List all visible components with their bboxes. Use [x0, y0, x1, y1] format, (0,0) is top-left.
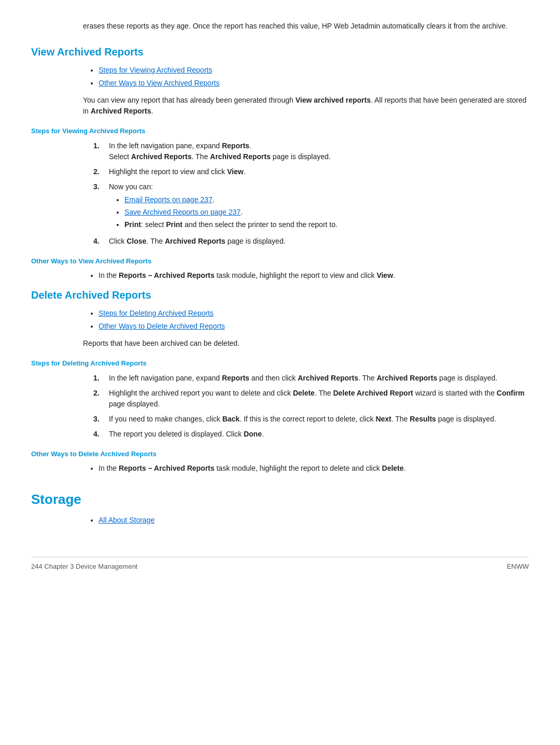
- view-archived-reports-heading: View Archived Reports: [31, 44, 529, 60]
- step-number: 1.: [93, 140, 109, 162]
- list-item: 1. In the left navigation pane, expand R…: [31, 140, 529, 162]
- other-ways-view-link[interactable]: Other Ways to View Archived Reports: [99, 79, 219, 87]
- other-ways-delete-heading: Other Ways to Delete Archived Reports: [31, 449, 529, 459]
- view-steps-list: 1. In the left navigation pane, expand R…: [31, 140, 529, 247]
- step-number: 2.: [93, 166, 109, 177]
- other-ways-view-list: In the Reports – Archived Reports task m…: [31, 270, 529, 281]
- steps-deleting-link[interactable]: Steps for Deleting Archived Reports: [99, 309, 214, 317]
- list-item: Other Ways to Delete Archived Reports: [99, 321, 529, 332]
- delete-steps-list: 1. In the left navigation pane, expand R…: [31, 373, 529, 440]
- footer-left: 244 Chapter 3 Device Management: [31, 561, 137, 572]
- storage-section: Storage All About Storage: [31, 489, 529, 526]
- other-ways-delete-link[interactable]: Other Ways to Delete Archived Reports: [99, 322, 225, 330]
- step-content: Highlight the report to view and click V…: [109, 166, 529, 177]
- intro-text: erases these reports as they age. Once t…: [83, 22, 508, 30]
- list-item: 2. Highlight the report to view and clic…: [31, 166, 529, 177]
- delete-toc-list: Steps for Deleting Archived Reports Othe…: [31, 308, 529, 332]
- list-item: 3. If you need to make changes, click Ba…: [31, 414, 529, 425]
- list-item: Print: select Print and then select the …: [124, 219, 529, 230]
- intro-paragraph: erases these reports as they age. Once t…: [31, 21, 529, 32]
- view-archived-reports-section: View Archived Reports Steps for Viewing …: [31, 44, 529, 281]
- step-content: The report you deleted is displayed. Cli…: [109, 429, 529, 440]
- save-archived-link[interactable]: Save Archived Reports on page 237: [124, 208, 241, 216]
- list-item: 4. Click Close. The Archived Reports pag…: [31, 236, 529, 247]
- other-ways-view-heading: Other Ways to View Archived Reports: [31, 256, 529, 266]
- steps-viewing-link[interactable]: Steps for Viewing Archived Reports: [99, 66, 212, 74]
- step-content: In the left navigation pane, expand Repo…: [109, 373, 529, 384]
- list-item: 4. The report you deleted is displayed. …: [31, 429, 529, 440]
- step-number: 1.: [93, 373, 109, 384]
- step-content: In the left navigation pane, expand Repo…: [109, 140, 529, 162]
- all-about-storage-link[interactable]: All About Storage: [99, 516, 155, 524]
- footer-right: ENWW: [507, 561, 529, 572]
- step-content: Highlight the archived report you want t…: [109, 388, 529, 410]
- step-content: If you need to make changes, click Back.…: [109, 414, 529, 425]
- list-item: All About Storage: [99, 515, 529, 526]
- delete-archived-reports-section: Delete Archived Reports Steps for Deleti…: [31, 287, 529, 474]
- delete-body-text: Reports that have been archived can be d…: [31, 338, 529, 349]
- list-item: 3. Now you can: Email Reports on page 23…: [31, 181, 529, 232]
- list-item: Other Ways to View Archived Reports: [99, 78, 529, 89]
- view-toc-list: Steps for Viewing Archived Reports Other…: [31, 65, 529, 89]
- step-number: 2.: [93, 388, 109, 410]
- list-item: In the Reports – Archived Reports task m…: [99, 270, 529, 281]
- sub-bullet-list: Email Reports on page 237. Save Archived…: [109, 194, 529, 230]
- list-item: Email Reports on page 237.: [124, 194, 529, 205]
- list-item: Save Archived Reports on page 237.: [124, 207, 529, 218]
- view-body-text: You can view any report that has already…: [31, 95, 529, 117]
- step-content: Click Close. The Archived Reports page i…: [109, 236, 529, 247]
- list-item: Steps for Deleting Archived Reports: [99, 308, 529, 319]
- steps-deleting-heading: Steps for Deleting Archived Reports: [31, 358, 529, 369]
- storage-toc-list: All About Storage: [31, 515, 529, 526]
- step-number: 3.: [93, 414, 109, 425]
- step-content: Now you can: Email Reports on page 237. …: [109, 181, 529, 232]
- list-item: 2. Highlight the archived report you wan…: [31, 388, 529, 410]
- step-number: 3.: [93, 181, 109, 232]
- storage-heading: Storage: [31, 489, 529, 510]
- other-ways-delete-list: In the Reports – Archived Reports task m…: [31, 463, 529, 474]
- list-item: 1. In the left navigation pane, expand R…: [31, 373, 529, 384]
- step-number: 4.: [93, 236, 109, 247]
- list-item: In the Reports – Archived Reports task m…: [99, 463, 529, 474]
- step-number: 4.: [93, 429, 109, 440]
- email-reports-link[interactable]: Email Reports on page 237: [124, 195, 213, 204]
- steps-viewing-heading: Steps for Viewing Archived Reports: [31, 126, 529, 136]
- list-item: Steps for Viewing Archived Reports: [99, 65, 529, 76]
- page-footer: 244 Chapter 3 Device Management ENWW: [31, 557, 529, 572]
- delete-archived-reports-heading: Delete Archived Reports: [31, 287, 529, 303]
